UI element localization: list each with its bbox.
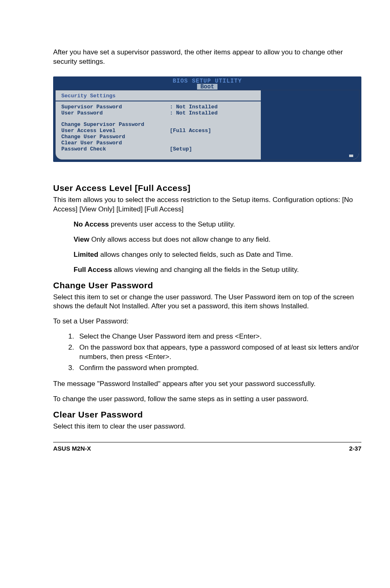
bios-tab-boot: Boot <box>197 84 217 90</box>
cup-p1: Select this item to set or change the us… <box>53 293 361 312</box>
bios-right-pane <box>262 90 359 159</box>
bios-scroll-indicator <box>349 155 353 157</box>
cup-step-3: Confirm the password when prompted. <box>76 364 361 373</box>
intro-paragraph: After you have set a supervisor password… <box>53 48 361 67</box>
bios-user-value: : Not Installed <box>170 110 255 116</box>
bios-change-user: Change User Password <box>61 134 255 140</box>
cup-step-1: Select the Change User Password item and… <box>76 332 361 341</box>
bios-sup-label: Supervisor Password <box>61 104 170 110</box>
clup-p1: Select this item to clear the user passw… <box>53 422 361 431</box>
bios-pc-label: Password Check <box>61 146 170 152</box>
bios-divider <box>56 101 261 101</box>
ual-limited-text: allows changes only to selected fields, … <box>98 251 293 258</box>
ual-no-access-text: prevents user access to the Setup utilit… <box>109 220 235 228</box>
bios-pc-value: [Setup] <box>170 146 255 152</box>
bios-change-supervisor: Change Supervisor Password <box>61 121 255 128</box>
ual-full-text: allows viewing and changing all the fiel… <box>112 266 299 274</box>
cup-p4: To change the user password, follow the … <box>53 395 361 404</box>
ual-full-bold: Full Access <box>74 266 112 274</box>
heading-clear-user-password: Clear User Password <box>53 410 361 420</box>
footer-rule <box>53 442 361 442</box>
ual-limited: Limited allows changes only to selected … <box>74 250 361 260</box>
cup-step-2: On the password box that appears, type a… <box>76 343 361 362</box>
ual-full: Full Access allows viewing and changing … <box>74 265 361 275</box>
ual-no-access: No Access prevents user access to the Se… <box>74 220 361 229</box>
cup-p3: The message "Password Installed" appears… <box>53 379 361 389</box>
footer-page-number: 2-37 <box>349 445 361 452</box>
ual-view: View Only allows access but does not all… <box>74 235 361 245</box>
bios-left-pane: Security Settings Supervisor Password : … <box>56 90 262 159</box>
cup-steps: Select the Change User Password item and… <box>53 332 361 373</box>
bios-ual-value: [Full Access] <box>170 128 255 134</box>
bios-section-heading: Security Settings <box>61 93 255 99</box>
heading-change-user-password: Change User Password <box>53 281 361 290</box>
ual-no-access-bold: No Access <box>74 220 109 228</box>
bios-clear-user: Clear User Password <box>61 140 255 146</box>
bios-ual-label: User Access Level <box>61 128 170 134</box>
bios-user-label: User Password <box>61 110 170 116</box>
bios-utility-panel: BIOS SETUP UTILITY Boot Security Setting… <box>53 76 361 162</box>
cup-p2: To set a User Password: <box>53 317 361 326</box>
ual-description: This item allows you to select the acces… <box>53 195 361 214</box>
heading-user-access-level: User Access Level [Full Access] <box>53 183 361 193</box>
footer-product: ASUS M2N-X <box>53 445 91 452</box>
ual-view-bold: View <box>74 236 89 243</box>
ual-limited-bold: Limited <box>74 251 98 258</box>
ual-view-text: Only allows access but does not allow ch… <box>89 236 270 243</box>
bios-sup-value: : Not Installed <box>170 104 255 110</box>
